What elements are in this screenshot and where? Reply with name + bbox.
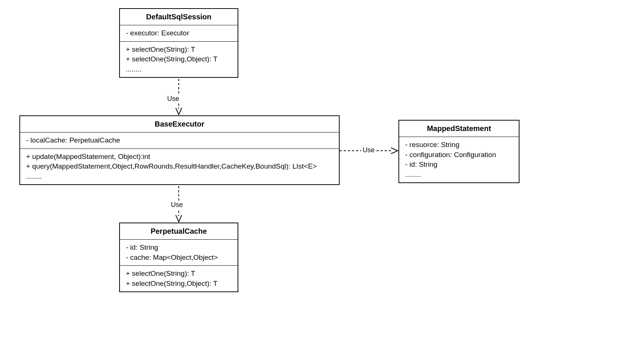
class-attributes: - localCache: PerpetualCache <box>20 132 339 149</box>
class-methods: + selectOne(String): T + selectOne(Strin… <box>120 41 238 77</box>
attr-line: - resuorce: String <box>405 140 513 150</box>
method-line: + selectOne(String): T <box>126 45 232 55</box>
class-attributes: - id: String - cache: Map<Object,Object> <box>120 240 238 265</box>
class-title: BaseExecutor <box>20 116 339 132</box>
class-default-sql-session: DefaultSqlSession - executor: Executor +… <box>119 8 238 78</box>
attr-line: - cache: Map<Object,Object> <box>126 253 232 263</box>
method-line: + update(MappedStatement, Object):int <box>26 152 333 162</box>
connector-label-use-2: Use <box>169 201 184 209</box>
class-methods: + selectOne(String): T + selectOne(Strin… <box>120 265 238 291</box>
attr-line: - localCache: PerpetualCache <box>26 135 333 146</box>
connector-label-use-3: Use <box>361 146 376 154</box>
attr-line: - id: String <box>405 160 513 170</box>
method-line: + selectOne(String,Object): T <box>126 279 232 289</box>
class-attributes: - executor: Executor <box>120 25 238 41</box>
attr-line: - id: String <box>126 243 232 253</box>
method-line: + selectOne(String,Object): T <box>126 54 232 64</box>
method-line: ........ <box>26 172 333 182</box>
class-perpetual-cache: PerpetualCache - id: String - cache: Map… <box>119 223 238 292</box>
class-title: PerpetualCache <box>120 223 238 240</box>
class-base-executor: BaseExecutor - localCache: PerpetualCach… <box>19 115 340 185</box>
method-line: + query(MappedStatement,Object,RowRounds… <box>26 162 333 172</box>
class-title: DefaultSqlSession <box>120 9 238 25</box>
attr-line: - executor: Executor <box>126 28 232 38</box>
class-methods: + update(MappedStatement, Object):int + … <box>20 149 339 185</box>
class-title: MappedStatement <box>399 121 519 137</box>
connector-label-use-1: Use <box>166 95 181 103</box>
method-line: + selectOne(String): T <box>126 269 232 279</box>
class-mapped-statement: MappedStatement - resuorce: String - con… <box>398 120 519 183</box>
method-line: ........ <box>126 64 232 74</box>
attr-line: - configuration: Configuration <box>405 150 513 160</box>
class-attributes: - resuorce: String - configuration: Conf… <box>399 137 519 182</box>
attr-line: ........ <box>405 170 513 180</box>
